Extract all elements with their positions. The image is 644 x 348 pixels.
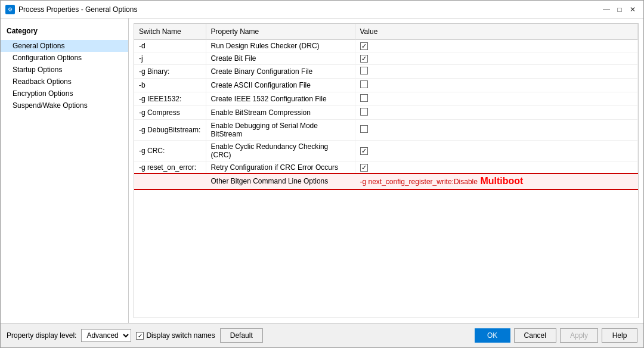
cell-value[interactable] [355, 79, 638, 92]
table-header-row: Switch Name Property Name Value [134, 24, 638, 40]
option-value-text: -g next_config_register_write:Disable [360, 178, 478, 186]
footer-left: Property display level: Advanced Basic D… [7, 328, 263, 343]
maximize-button[interactable]: □ [614, 4, 626, 15]
cell-value[interactable] [355, 92, 638, 106]
cell-property: Create Binary Configuration File [206, 65, 355, 79]
table-row[interactable]: -g CRC:Enable Cyclic Redundancy Checking… [134, 141, 638, 161]
table-row[interactable]: -dRun Design Rules Checker (DRC) [134, 40, 638, 52]
col-header-property: Property Name [206, 24, 355, 40]
table-row[interactable]: -jCreate Bit File [134, 52, 638, 65]
footer-right: OK Cancel Apply Help [475, 328, 637, 343]
cell-switch: -g DebugBitstream: [134, 120, 206, 141]
cell-property: Enable Cyclic Redundancy Checking (CRC) [206, 141, 355, 161]
cell-property: Create ASCII Configuration File [206, 79, 355, 92]
sidebar-item-startup[interactable]: Startup Options [1, 64, 128, 76]
sidebar-item-suspend[interactable]: Suspend/Wake Options [1, 100, 128, 111]
table-area: Switch Name Property Name Value -dRun De… [134, 23, 639, 318]
checkbox[interactable] [360, 42, 368, 50]
cell-value[interactable] [355, 106, 638, 120]
minimize-button[interactable]: — [600, 4, 612, 15]
content-area: Category General Options Configuration O… [1, 18, 643, 323]
cell-switch: -g Compress [134, 106, 206, 120]
sidebar-item-encryption[interactable]: Encryption Options [1, 88, 128, 100]
title-bar-left: ⚙ Process Properties - General Options [5, 5, 137, 14]
sidebar-item-configuration[interactable]: Configuration Options [1, 52, 128, 64]
default-button[interactable]: Default [220, 328, 263, 343]
cell-property: Other Bitgen Command Line Options [206, 174, 355, 189]
properties-table: Switch Name Property Name Value -dRun De… [134, 24, 638, 189]
checkbox[interactable] [360, 67, 368, 74]
cell-value[interactable] [355, 161, 638, 174]
multiboot-label: Multiboot [478, 176, 523, 186]
close-button[interactable]: ✕ [627, 4, 639, 15]
cell-property: Retry Configuration if CRC Error Occurs [206, 161, 355, 174]
apply-button[interactable]: Apply [560, 328, 598, 343]
help-button[interactable]: Help [602, 328, 637, 343]
cell-switch: -g Binary: [134, 65, 206, 79]
col-header-switch: Switch Name [134, 24, 206, 40]
display-switch-checkbox[interactable] [136, 332, 144, 340]
table-row[interactable]: -bCreate ASCII Configuration File [134, 79, 638, 92]
sidebar-item-readback[interactable]: Readback Options [1, 76, 128, 88]
cell-switch: -j [134, 52, 206, 65]
cell-switch [134, 174, 206, 189]
col-header-value: Value [355, 24, 638, 40]
window-title: Process Properties - General Options [18, 5, 137, 14]
table-row[interactable]: -g DebugBitstream:Enable Debugging of Se… [134, 120, 638, 141]
checkbox[interactable] [360, 108, 368, 116]
cell-switch: -g IEEE1532: [134, 92, 206, 106]
checkbox[interactable] [360, 55, 368, 63]
checkbox[interactable] [360, 164, 368, 172]
main-window: ⚙ Process Properties - General Options —… [0, 0, 644, 348]
cell-switch: -g CRC: [134, 141, 206, 161]
cell-property: Enable Debugging of Serial Mode BitStrea… [206, 120, 355, 141]
cell-property: Run Design Rules Checker (DRC) [206, 40, 355, 52]
window-icon: ⚙ [5, 5, 15, 14]
cell-switch: -g reset_on_error: [134, 161, 206, 174]
checkbox[interactable] [360, 80, 368, 88]
main-content: Switch Name Property Name Value -dRun De… [129, 18, 643, 323]
footer-bar: Property display level: Advanced Basic D… [1, 323, 643, 347]
cell-value[interactable] [355, 120, 638, 141]
display-switch-text: Display switch names [146, 331, 215, 340]
cell-property: Enable BitStream Compression [206, 106, 355, 120]
title-buttons: — □ ✕ [600, 4, 639, 15]
cell-value[interactable] [355, 52, 638, 65]
checkbox[interactable] [360, 125, 368, 133]
sidebar-item-general[interactable]: General Options [1, 40, 128, 52]
title-bar: ⚙ Process Properties - General Options —… [1, 1, 643, 18]
display-level-label: Property display level: [7, 331, 76, 340]
cancel-button[interactable]: Cancel [514, 328, 556, 343]
cell-value[interactable] [355, 65, 638, 79]
table-row[interactable]: -g Binary:Create Binary Configuration Fi… [134, 65, 638, 79]
cell-switch: -d [134, 40, 206, 52]
sidebar-header: Category [1, 24, 128, 40]
display-switch-label[interactable]: Display switch names [136, 331, 215, 340]
table-row[interactable]: -g CompressEnable BitStream Compression [134, 106, 638, 120]
cell-switch: -b [134, 79, 206, 92]
display-level-select[interactable]: Advanced Basic [81, 329, 131, 342]
cell-property: Create IEEE 1532 Configuration File [206, 92, 355, 106]
table-row[interactable]: -g reset_on_error:Retry Configuration if… [134, 161, 638, 174]
cell-value[interactable] [355, 141, 638, 161]
checkbox[interactable] [360, 147, 368, 155]
sidebar: Category General Options Configuration O… [1, 18, 129, 323]
table-row[interactable]: Other Bitgen Command Line Options-g next… [134, 174, 638, 189]
cell-value[interactable] [355, 40, 638, 52]
table-row[interactable]: -g IEEE1532:Create IEEE 1532 Configurati… [134, 92, 638, 106]
cell-value: -g next_config_register_write:Disable Mu… [355, 174, 638, 189]
cell-property: Create Bit File [206, 52, 355, 65]
ok-button[interactable]: OK [475, 328, 510, 343]
checkbox[interactable] [360, 94, 368, 102]
